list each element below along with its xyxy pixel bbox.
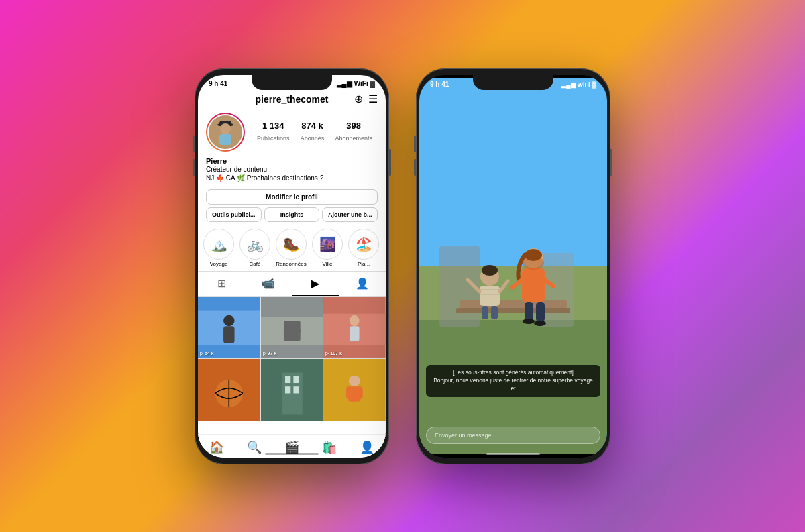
svg-rect-35 [540,253,574,327]
grid-label-3: ▷ 107 k [325,351,341,356]
svg-rect-37 [456,308,570,313]
highlight-label-voyage: Voyage [210,261,228,267]
nav-profile[interactable]: 👤 [360,440,374,455]
subtitle-bracket: [Les sous-titres sont générés automatiqu… [431,369,595,377]
nav-shop[interactable]: 🛍️ [322,440,337,455]
menu-icon[interactable]: ☰ [368,93,378,105]
tab-tagged[interactable]: 👤 [339,272,386,296]
svg-rect-48 [522,268,545,302]
photo-grid: ▷ 64 k ▷ 97 k [198,297,386,421]
profile-header: pierre_thecomet ⊕ ☰ [198,91,386,107]
right-phone-screen: 9 h 41 ▂▄▆ WiFi ▓ [Les sous-titres sont … [419,75,607,458]
grid-cell-4[interactable] [198,359,260,421]
action-buttons: Modifier le profil Outils publici... Ins… [198,187,386,225]
grid-cell-2[interactable]: ▷ 97 k [261,297,323,359]
nav-search[interactable]: 🔍 [247,440,262,455]
signal-icon: ▂▄▆ [337,80,352,87]
publications-count: 1 134 [257,121,290,131]
volume-up-button-right[interactable] [414,136,416,152]
svg-rect-16 [350,326,359,341]
svg-point-56 [534,321,546,326]
subtitle-body: Bonjour, nous venons juste de rentrer de… [431,377,595,393]
svg-rect-22 [285,376,290,383]
grid-cell-5[interactable] [261,359,323,421]
tab-igtv[interactable]: 📹 [245,272,292,296]
status-icons-left: ▂▄▆ WiFi ▓ [337,80,375,87]
subtitle-box: [Les sous-titres sont générés automatiqu… [426,365,600,397]
stats-row: 1 134 Publications 874 k Abonnés 398 Abo… [252,121,378,143]
svg-point-55 [523,319,535,324]
svg-rect-39 [480,286,500,306]
power-button[interactable] [389,149,391,176]
header-icons: ⊕ ☰ [354,93,378,105]
story-highlights: 🏔️ Voyage 🚲 Café 🥾 Randonnées 🌆 Ville 🏖️… [198,225,386,271]
svg-rect-29 [346,386,352,399]
grid-cell-1[interactable]: ▷ 64 k [198,297,260,359]
tab-reels[interactable]: ▶ [292,272,339,296]
svg-point-52 [525,249,542,261]
message-placeholder: Envoyer un message [435,432,492,439]
highlight-circle-voyage: 🏔️ [203,229,234,260]
tab-grid[interactable]: ⊞ [198,272,245,296]
svg-rect-23 [293,376,299,383]
svg-rect-25 [293,386,299,393]
phone-left: 9 h 41 ▂▄▆ WiFi ▓ pierre_thecomet ⊕ ☰ [195,68,389,464]
svg-rect-21 [282,373,303,415]
display-name: Pierre [206,157,378,165]
avatar [207,114,244,150]
following-count: 398 [335,121,372,131]
followers-count: 874 k [301,121,325,131]
time-left: 9 h 41 [209,80,227,87]
bio-line2: NJ 🍁 CA 🌿 Prochaines destinations ? [206,174,378,182]
highlight-cafe[interactable]: 🚲 Café [239,229,270,267]
volume-down-button-right[interactable] [414,159,416,176]
nav-home[interactable]: 🏠 [209,440,224,455]
svg-rect-24 [285,386,290,393]
home-indicator-right [486,453,540,455]
wifi-icon-right: WiFi [578,81,590,88]
highlight-circle-cafe: 🚲 [239,229,270,260]
home-indicator-left [265,453,319,455]
volume-down-button[interactable] [193,159,195,176]
add-button[interactable]: Ajouter une b... [322,207,378,222]
highlight-label-randonnees: Randonnées [276,261,306,267]
grid-cell-6[interactable] [323,359,386,421]
following-label: Abonnements [335,135,372,142]
notch-right [473,75,553,90]
highlight-circle-randonnees: 🥾 [276,229,307,260]
bio-line1: Créateur de contenu [206,165,378,174]
insights-button[interactable]: Insights [264,207,320,222]
tools-button[interactable]: Outils publici... [206,207,262,222]
edit-profile-button[interactable]: Modifier le profil [206,189,378,205]
highlight-plage[interactable]: 🏖️ Pla... [348,229,379,267]
time-right: 9 h 41 [430,81,449,88]
highlight-ville[interactable]: 🌆 Ville [312,229,343,267]
status-icons-right: ▂▄▆ WiFi ▓ [561,81,596,88]
content-tabs: ⊞ 📹 ▶ 👤 [198,271,386,297]
username: pierre_thecomet [256,94,329,105]
grid-label-2: ▷ 97 k [263,351,277,356]
svg-point-46 [482,265,498,276]
svg-rect-42 [482,306,488,319]
highlight-randonnees[interactable]: 🥾 Randonnées [276,229,307,267]
followers-label: Abonnés [301,135,325,142]
following-stat: 398 Abonnements [335,121,372,143]
highlight-label-plage: Pla... [358,261,370,267]
volume-up-button[interactable] [193,136,195,152]
svg-point-3 [220,123,231,134]
svg-rect-8 [223,326,234,343]
avatar-ring[interactable] [206,113,245,152]
svg-rect-36 [460,300,567,308]
power-button-right[interactable] [610,149,612,176]
highlight-voyage[interactable]: 🏔️ Voyage [203,229,234,267]
signal-icon-right: ▂▄▆ [561,81,575,88]
svg-point-27 [349,376,360,386]
grid-cell-3[interactable]: ▷ 107 k [323,297,386,359]
publications-label: Publications [257,135,290,142]
left-phone-screen: 9 h 41 ▂▄▆ WiFi ▓ pierre_thecomet ⊕ ☰ [198,75,386,458]
highlight-label-ville: Ville [323,261,333,267]
add-post-icon[interactable]: ⊕ [354,93,363,105]
reel-background [419,75,607,458]
message-input-bar[interactable]: Envoyer un message [426,427,600,444]
svg-rect-4 [219,134,231,145]
